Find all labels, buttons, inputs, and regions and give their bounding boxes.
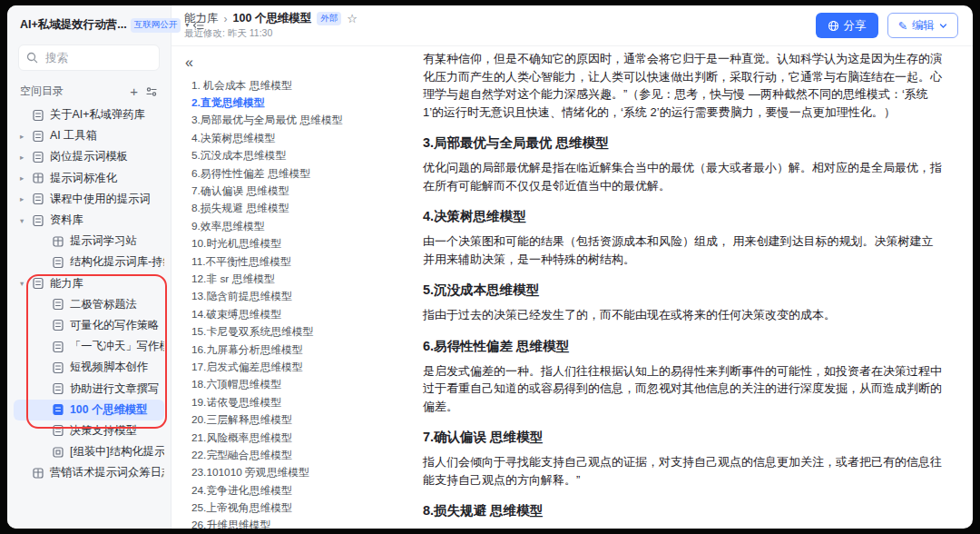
toc-item[interactable]: 20.三层解释思维模型: [183, 411, 417, 429]
search-box[interactable]: [18, 44, 160, 71]
share-button[interactable]: 分享: [816, 13, 878, 38]
search-input[interactable]: [44, 51, 147, 65]
doc-section: 8.损失规避 思维模型 是指人们面对同样数量的收益和损失时，认为损失更加令他们难…: [423, 502, 942, 529]
document-icon: [52, 319, 64, 331]
document-icon: [52, 403, 64, 416]
sidebar-tree-item[interactable]: 决策支持模型: [14, 420, 164, 441]
toc-item[interactable]: 26.升维思维模型: [183, 518, 417, 529]
toc-item-label: 23.101010 旁观思维模型: [191, 466, 309, 480]
document-icon: [52, 256, 64, 269]
toc-item[interactable]: 4.决策树思维模型: [183, 130, 417, 147]
doc-section: 4.决策树思维模型 由一个决策图和可能的结果（包括资源成本和风险）组成， 用来创…: [423, 208, 942, 268]
tree-item-label: 提示词学习站: [70, 233, 137, 249]
sidebar-tree-item[interactable]: 结构化提示词库-持续更新: [14, 252, 164, 272]
toc-item[interactable]: 10.时光机思维模型: [183, 236, 417, 253]
expand-arrow-icon[interactable]: [20, 173, 32, 183]
last-modified-text: 最近修改: 昨天 11:30: [184, 27, 358, 40]
toc-item[interactable]: 22.完型融合思维模型: [183, 447, 417, 464]
sidebar-tree-item[interactable]: 课程中使用的提示词: [14, 189, 164, 210]
toc-item[interactable]: 8.损失规避 思维模型: [183, 201, 417, 218]
toc-item-label: 4.决策树思维模型: [191, 132, 275, 146]
toc-item-label: 26.升维思维模型: [191, 519, 270, 529]
sidebar-tree-item[interactable]: 提示词标准化: [14, 168, 164, 189]
document-content[interactable]: 有某种信仰，但是不确知它的原因时，通常会将它归于是一种直觉。认知科学认为这是因为…: [417, 46, 973, 529]
share-button-label: 分享: [844, 18, 867, 34]
display-settings-icon[interactable]: [145, 85, 158, 98]
header-left: 能力库 › 100 个思维模型 外部 ☆ 最近修改: 昨天 11:30: [184, 11, 358, 40]
toc-item[interactable]: 3.局部最优与全局最优 思维模型: [183, 113, 417, 130]
sidebar-tree-item[interactable]: 资料库: [14, 210, 164, 231]
toc-item[interactable]: 13.隐含前提思维模型: [183, 289, 417, 306]
toc-item-label: 16.九屏幕分析思维模型: [191, 343, 303, 358]
sidebar-tree-item[interactable]: 能力库: [14, 273, 164, 294]
toc-item[interactable]: 15.卡尼曼双系统思维模型: [183, 323, 417, 341]
workspace-visibility-badge: 互联网公开: [131, 18, 181, 33]
tree-item-label: 短视频脚本创作: [70, 360, 148, 375]
toc-item[interactable]: 21.风险概率思维模型: [183, 430, 417, 447]
star-icon[interactable]: ☆: [347, 13, 358, 25]
chevron-down-icon[interactable]: ▾: [185, 21, 189, 29]
space-directory-actions: +: [130, 85, 158, 98]
doc-section: 3.局部最优与全局最优 思维模型 优化问题的局部最优解是指在临近解集合当中的最优…: [423, 134, 942, 194]
document-icon: [32, 151, 44, 163]
document-icon: [52, 361, 64, 374]
document-body: « 1. 机会成本 思维模型 2.直觉思维模型 3.局部最优与全局最优 思维模型…: [172, 46, 973, 529]
tree-item-label: 二极管标题法: [70, 297, 137, 312]
expand-arrow-icon[interactable]: [20, 132, 32, 141]
tree-item-label: 提示词标准化: [50, 171, 117, 186]
add-page-icon[interactable]: +: [130, 86, 138, 97]
section-body: 指人们会倾向于寻找能支持自己观点的证据，对支持自己观点的信息更加关注，或者把已有…: [423, 453, 942, 489]
section-body: 由一个决策图和可能的结果（包括资源成本和风险）组成， 用来创建到达目标的规划。决…: [423, 232, 942, 268]
document-icon: [32, 130, 44, 143]
toc-item[interactable]: 17.启发式偏差思维模型: [183, 359, 417, 376]
toc-item[interactable]: 6.易得性性偏差 思维模型: [183, 165, 417, 183]
toc-item-label: 11.不平衡性思维模型: [191, 255, 291, 270]
sidebar-tree-item[interactable]: 营销话术提示词众筹日志: [14, 462, 164, 483]
workspace-title[interactable]: AI+私域提效行动营...: [20, 17, 127, 33]
sidebar-tree-item[interactable]: 提示词学习站: [14, 231, 164, 252]
sidebar-tree-item[interactable]: 二极管标题法: [14, 294, 164, 315]
toc-item-label: 2.直觉思维模型: [191, 96, 265, 111]
toc-item[interactable]: 7.确认偏误 思维模型: [183, 183, 417, 200]
tree-item-label: 可量化的写作策略: [70, 318, 159, 333]
toc-item-label: 7.确认偏误 思维模型: [191, 184, 289, 199]
collapse-sidebar-icon[interactable]: [192, 19, 205, 32]
sidebar-tree-item[interactable]: 协助进行文章撰写: [14, 378, 164, 399]
toc-item[interactable]: 25.上帝视角思维模型: [183, 499, 417, 517]
toc-item[interactable]: 19.诺依曼思维模型: [183, 394, 417, 411]
edit-button[interactable]: ✎ 编辑: [887, 13, 958, 38]
sidebar-tree-item[interactable]: 100 个思维模型: [14, 400, 164, 420]
tree-item-label: 课程中使用的提示词: [50, 192, 151, 207]
toc-item[interactable]: 16.九屏幕分析思维模型: [183, 341, 417, 359]
collapse-toc-icon[interactable]: «: [185, 55, 200, 70]
sidebar-tree-item[interactable]: 关于AI+私域弹药库: [14, 104, 164, 125]
sidebar-tree-item[interactable]: AI 工具箱: [14, 125, 164, 146]
sidebar-tree-item[interactable]: 可量化的写作策略: [14, 315, 164, 336]
toc-item-label: 3.局部最优与全局最优 思维模型: [191, 114, 342, 128]
toc-item[interactable]: 2.直觉思维模型: [183, 94, 417, 112]
toc-item[interactable]: 18.六顶帽思维模型: [183, 377, 417, 394]
expand-arrow-icon[interactable]: [20, 153, 32, 162]
section-heading: 8.损失规避 思维模型: [423, 502, 942, 519]
toc-item[interactable]: 12.非 sr 思维模型: [183, 271, 417, 288]
expand-arrow-icon[interactable]: [20, 216, 32, 225]
sidebar-tree-item[interactable]: 岗位提示词模板: [14, 146, 164, 167]
sidebar-tree-item[interactable]: 「一飞冲天」写作模型: [14, 336, 164, 357]
sidebar-tree-item[interactable]: 短视频脚本创作: [14, 357, 164, 378]
document-icon: [52, 341, 64, 353]
pencil-icon: ✎: [898, 19, 907, 33]
toc-item-label: 15.卡尼曼双系统思维模型: [191, 325, 313, 340]
expand-arrow-icon[interactable]: [20, 279, 32, 288]
toc-item[interactable]: 9.效率思维模型: [183, 218, 417, 235]
expand-arrow-icon[interactable]: [20, 194, 32, 203]
sidebar-tree-item[interactable]: [组装中]结构化提示词组装器: [14, 441, 164, 462]
toc-item[interactable]: 23.101010 旁观思维模型: [183, 465, 417, 482]
tree-item-label: 关于AI+私域弹药库: [50, 107, 145, 123]
toc-item[interactable]: 5.沉没成本思维模型: [183, 148, 417, 165]
toc-item[interactable]: 1. 机会成本 思维模型: [183, 77, 417, 94]
toc-item[interactable]: 24.竞争进化思维模型: [183, 482, 417, 499]
toc-item[interactable]: 11.不平衡性思维模型: [183, 253, 417, 271]
toc-item-label: 22.完型融合思维模型: [191, 449, 292, 463]
toc-item[interactable]: 14.破束缚思维模型: [183, 306, 417, 323]
section-body: 是指人们面对同样数量的收益和损失时，认为损失更加令他们难以忍受。”: [423, 527, 942, 529]
